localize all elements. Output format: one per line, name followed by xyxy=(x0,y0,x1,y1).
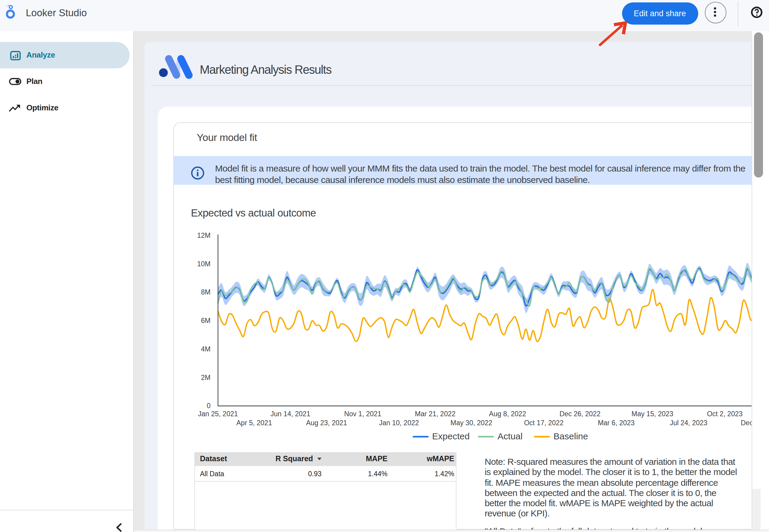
svg-text:Jun 14, 2021: Jun 14, 2021 xyxy=(271,410,310,418)
svg-text:12M: 12M xyxy=(197,232,211,239)
svg-text:Mar 21, 2022: Mar 21, 2022 xyxy=(415,410,456,418)
svg-text:4M: 4M xyxy=(201,345,211,353)
svg-text:Oct 17, 2022: Oct 17, 2022 xyxy=(524,419,564,427)
svg-text:10M: 10M xyxy=(197,260,211,268)
svg-text:2M: 2M xyxy=(201,374,211,381)
svg-text:Aug 8, 2022: Aug 8, 2022 xyxy=(489,410,526,418)
svg-text:0: 0 xyxy=(207,402,211,410)
svg-text:Aug 23, 2021: Aug 23, 2021 xyxy=(306,419,347,427)
svg-text:Jul 24, 2023: Jul 24, 2023 xyxy=(670,419,707,427)
svg-text:May 15, 2023: May 15, 2023 xyxy=(632,410,673,418)
svg-text:8M: 8M xyxy=(201,288,211,296)
svg-text:Actual: Actual xyxy=(498,431,522,441)
svg-text:6M: 6M xyxy=(201,317,211,324)
svg-text:Dec 26, 2022: Dec 26, 2022 xyxy=(559,410,600,418)
svg-text:Jan 10, 2022: Jan 10, 2022 xyxy=(379,419,419,427)
svg-text:Mar 6, 2023: Mar 6, 2023 xyxy=(598,419,635,427)
svg-text:Baseline: Baseline xyxy=(554,431,588,441)
svg-text:Dec 11, 2023: Dec 11, 2023 xyxy=(741,419,752,427)
svg-text:Nov 1, 2021: Nov 1, 2021 xyxy=(344,410,382,418)
svg-text:Oct 2, 2023: Oct 2, 2023 xyxy=(707,410,743,418)
svg-text:Apr 5, 2021: Apr 5, 2021 xyxy=(236,419,272,427)
svg-text:Expected: Expected xyxy=(432,431,470,441)
svg-text:Jan 25, 2021: Jan 25, 2021 xyxy=(198,410,238,418)
svg-text:May 30, 2022: May 30, 2022 xyxy=(450,419,492,427)
